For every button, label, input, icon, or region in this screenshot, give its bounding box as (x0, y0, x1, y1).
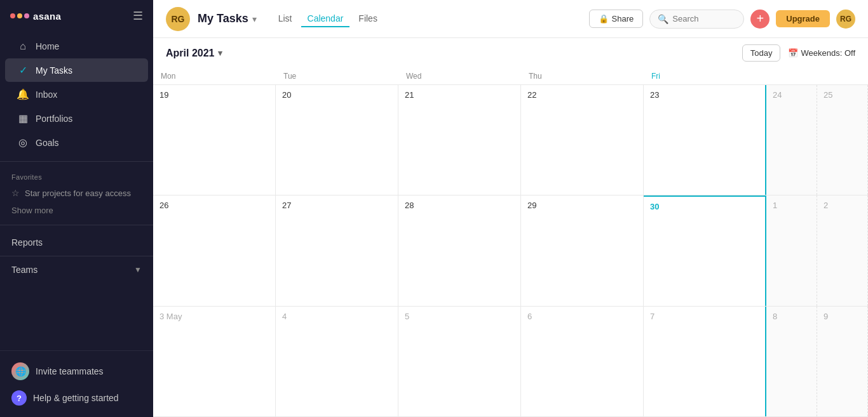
cal-cell-23[interactable]: 23 (644, 85, 766, 195)
day-number: 6 (527, 312, 637, 321)
teams-label: Teams (11, 265, 37, 275)
day-number: 25 (824, 90, 861, 100)
goals-icon: ◎ (17, 136, 29, 149)
check-icon: ✓ (17, 64, 29, 76)
day-number: 4 (282, 312, 391, 321)
title-chevron-icon[interactable]: ▾ (252, 14, 257, 24)
cal-cell-26[interactable]: 26 (153, 195, 276, 305)
cal-cell-may4[interactable]: 4 (276, 307, 398, 416)
star-projects-label: Star projects for easy access (25, 189, 131, 198)
header-sun (817, 68, 868, 84)
calendar-month-selector[interactable]: April 2021 ▾ (166, 48, 222, 59)
cal-cell-may7[interactable]: 7 (644, 307, 766, 416)
cal-cell-may5[interactable]: 5 (398, 307, 521, 416)
show-more-button[interactable]: Show more (0, 202, 153, 218)
sidebar-item-portfolios[interactable]: ▦ Portfolios (5, 107, 148, 130)
day-number: 7 (650, 312, 759, 321)
calendar-area: April 2021 ▾ Today 📅 Weekends: Off Mon T… (153, 38, 868, 417)
cal-cell-27[interactable]: 27 (276, 195, 398, 305)
cal-cell-may9[interactable]: 9 (817, 307, 868, 416)
weekends-toggle[interactable]: 📅 Weekends: Off (788, 48, 855, 58)
calendar-row-1: 19 20 21 22 23 24 (153, 85, 868, 195)
invite-icon: 🌐 (11, 362, 29, 380)
sidebar-item-reports[interactable]: Reports (0, 232, 153, 253)
logo-dot-pink (24, 13, 29, 18)
header-thu: Thu (521, 68, 644, 84)
cal-cell-20[interactable]: 20 (276, 85, 398, 195)
sidebar-item-inbox-label: Inbox (36, 89, 57, 100)
today-button[interactable]: Today (742, 44, 781, 62)
header-avatar[interactable]: RG (836, 10, 855, 29)
invite-teammates-item[interactable]: 🌐 Invite teammates (5, 357, 148, 385)
calendar-day-headers: Mon Tue Wed Thu Fri (153, 68, 868, 85)
sidebar-nav: ⌂ Home ✓ My Tasks 🔔 Inbox ▦ Portfolios ◎… (0, 32, 153, 157)
bell-icon: 🔔 (17, 88, 29, 100)
add-button[interactable]: + (750, 10, 770, 29)
logo-dot-red (10, 13, 15, 18)
asana-logo: asana (10, 11, 61, 22)
cal-cell-3may[interactable]: 3 May (153, 307, 276, 416)
teams-chevron-icon: ▼ (134, 265, 142, 274)
calendar-month-chevron-icon: ▾ (218, 48, 222, 58)
day-number: 8 (773, 312, 810, 321)
lock-icon: 🔒 (599, 14, 609, 23)
search-bar: 🔍 (649, 10, 744, 29)
calendar-right-controls: Today 📅 Weekends: Off (742, 44, 855, 62)
cal-cell-1[interactable]: 1 (766, 195, 817, 305)
sidebar-item-goals-label: Goals (36, 138, 59, 148)
header-actions: 🔒 Share 🔍 + Upgrade RG (589, 10, 855, 29)
tab-calendar[interactable]: Calendar (301, 11, 350, 27)
reports-label: Reports (11, 237, 43, 248)
cal-cell-25[interactable]: 25 (817, 85, 868, 195)
day-number: 27 (282, 201, 391, 210)
header-tue: Tue (276, 68, 398, 84)
cal-cell-may6[interactable]: 6 (521, 307, 644, 416)
tab-list[interactable]: List (272, 11, 299, 27)
header: RG My Tasks ▾ List Calendar Files 🔒 Shar… (153, 0, 868, 38)
sidebar-item-my-tasks-label: My Tasks (36, 65, 72, 76)
day-number: 2 (824, 201, 861, 210)
day-number: 3 May (159, 312, 269, 321)
asana-wordmark: asana (33, 11, 61, 22)
day-number: 26 (159, 201, 269, 210)
day-number: 22 (527, 90, 637, 100)
day-number: 9 (824, 312, 861, 321)
cal-cell-2[interactable]: 2 (817, 195, 868, 305)
day-number: 30 (650, 202, 759, 211)
share-button[interactable]: 🔒 Share (589, 10, 644, 28)
sidebar-menu-icon[interactable]: ☰ (133, 9, 143, 23)
sidebar-item-teams[interactable]: Teams ▼ (0, 259, 153, 281)
calendar-month-label: April 2021 (166, 48, 214, 59)
header-mon: Mon (153, 68, 276, 84)
cal-cell-28[interactable]: 28 (398, 195, 521, 305)
day-number: 29 (527, 201, 637, 210)
upgrade-button[interactable]: Upgrade (776, 10, 830, 27)
sidebar-item-inbox[interactable]: 🔔 Inbox (5, 83, 148, 106)
star-projects-item[interactable]: ☆ Star projects for easy access (0, 183, 153, 202)
calendar-toolbar: April 2021 ▾ Today 📅 Weekends: Off (153, 38, 868, 68)
sidebar-item-portfolios-label: Portfolios (36, 114, 72, 124)
main-content: RG My Tasks ▾ List Calendar Files 🔒 Shar… (153, 0, 868, 417)
sidebar-item-home-label: Home (36, 41, 59, 51)
bar-chart-icon: ▦ (17, 112, 29, 124)
invite-teammates-label: Invite teammates (36, 366, 104, 376)
sidebar-logo-area: asana ☰ (0, 0, 153, 32)
cal-cell-29[interactable]: 29 (521, 195, 644, 305)
tab-files[interactable]: Files (352, 11, 384, 27)
help-item[interactable]: ? Help & getting started (5, 385, 148, 411)
calendar-row-2: 26 27 28 29 30 1 (153, 195, 868, 306)
sidebar-item-home[interactable]: ⌂ Home (5, 35, 148, 58)
favorites-label: Favorites (0, 166, 153, 183)
cal-cell-24[interactable]: 24 (766, 85, 817, 195)
sidebar-item-my-tasks[interactable]: ✓ My Tasks (5, 58, 148, 82)
cal-cell-19[interactable]: 19 (153, 85, 276, 195)
cal-cell-may8[interactable]: 8 (766, 307, 817, 416)
search-input[interactable] (672, 14, 736, 23)
day-number: 5 (405, 312, 514, 321)
cal-cell-21[interactable]: 21 (398, 85, 521, 195)
asana-logo-dots (10, 13, 29, 18)
cal-cell-30[interactable]: 30 (644, 195, 766, 305)
sidebar: asana ☰ ⌂ Home ✓ My Tasks 🔔 Inbox ▦ Port… (0, 0, 153, 417)
sidebar-item-goals[interactable]: ◎ Goals (5, 131, 148, 154)
cal-cell-22[interactable]: 22 (521, 85, 644, 195)
